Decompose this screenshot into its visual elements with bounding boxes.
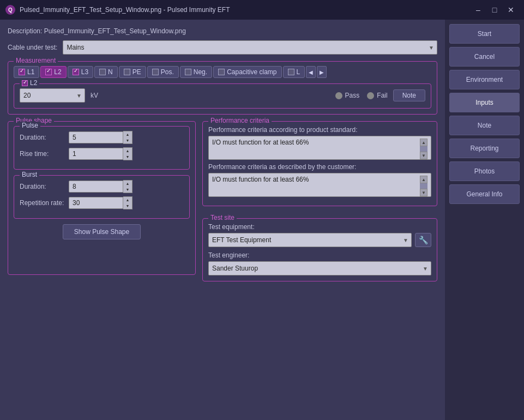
tab-CapClamp[interactable]: Capacitive clamp [213, 66, 281, 78]
performance-customer-text: I/O must function for at least 66% [212, 176, 419, 183]
cancel-button[interactable]: Cancel [449, 47, 520, 67]
burst-legend: Burst [20, 171, 39, 178]
performance-standard-label: Performance criteria according to produc… [208, 126, 431, 134]
tab-label-CapClamp: Capacitive clamp [227, 68, 276, 76]
test-engineer-label: Test engineer: [208, 251, 431, 259]
inputs-button[interactable]: Inputs [449, 93, 520, 112]
tab-N[interactable]: N [94, 66, 118, 78]
burst-duration-btns: ▲ ▼ [123, 180, 132, 193]
pulse-duration-up[interactable]: ▲ [123, 131, 132, 137]
pulse-duration-row: Duration: ▲ ▼ [20, 131, 184, 144]
voltage-select[interactable]: 20 10 5 [20, 88, 85, 103]
pass-label: Pass [345, 92, 360, 99]
photos-button[interactable]: Photos [449, 161, 520, 181]
tab-PE[interactable]: PE [119, 66, 146, 78]
pulse-shape-group: Pulse shape Pulse Duration: ▲ ▼ [8, 121, 196, 275]
test-engineer-select-wrapper: Sander Stuurop [208, 261, 431, 275]
general-info-button[interactable]: General Info [449, 184, 520, 204]
l2-row: 20 10 5 kV Pass Fail [20, 88, 425, 103]
minimize-button[interactable]: – [471, 4, 486, 15]
tab-L2[interactable]: L2 [40, 66, 66, 78]
titlebar: Q Pulsed_Immunity_EFT_Test_Setup_Window.… [0, 0, 524, 20]
pulse-duration-btns: ▲ ▼ [123, 131, 132, 144]
performance-legend: Performance criteria [208, 117, 272, 124]
tab-check-CapClamp [218, 69, 225, 75]
tab-label-Pos: Pos. [161, 68, 174, 76]
start-button[interactable]: Start [449, 24, 520, 44]
note-button[interactable]: Note [393, 89, 425, 101]
tab-check-N [99, 69, 106, 75]
wrench-icon: 🔧 [419, 236, 428, 244]
tab-Neg[interactable]: Neg. [180, 66, 212, 78]
test-equip-row: EFT Test Equipment 🔧 [208, 233, 431, 247]
scroll-down-arrow2[interactable]: ▼ [420, 189, 427, 196]
burst-duration-up[interactable]: ▲ [123, 181, 132, 187]
burst-group: Burst Duration: ▲ ▼ Repetition rate: [14, 175, 190, 219]
test-equip-select-wrapper: EFT Test Equipment [208, 233, 412, 247]
test-equip-select[interactable]: EFT Test Equipment [208, 233, 412, 247]
scroll-up-arrow2[interactable]: ▲ [420, 176, 427, 183]
tab-check-L2 [45, 69, 52, 75]
burst-reprate-up[interactable]: ▲ [123, 197, 132, 203]
performance-standard-textarea[interactable]: I/O must function for at least 66% ▲ ▼ [208, 136, 431, 160]
burst-reprate-input[interactable] [69, 197, 123, 209]
tab-check-L [288, 69, 294, 75]
right-column: Performance criteria Performance criteri… [202, 121, 437, 281]
burst-duration-down[interactable]: ▼ [123, 187, 132, 193]
reporting-button[interactable]: Reporting [449, 139, 520, 158]
environment-button[interactable]: Environment [449, 70, 520, 89]
performance-standard-scrollbar: ▲ ▼ [420, 139, 427, 159]
pulse-risetime-row: Rise time: ▲ ▼ [20, 147, 184, 160]
performance-customer-textarea[interactable]: I/O must function for at least 66% ▲ ▼ [208, 173, 431, 197]
tab-label-L2: L2 [54, 68, 61, 76]
tab-L1[interactable]: L1 [14, 66, 39, 78]
pulse-risetime-input[interactable] [69, 148, 123, 160]
scroll-track [420, 146, 427, 152]
cable-select-wrapper: Mains Power Signal [63, 40, 437, 55]
note-sidebar-button[interactable]: Note [449, 116, 520, 135]
pulse-duration-down[interactable]: ▼ [123, 137, 132, 143]
pulse-duration-input[interactable] [69, 131, 123, 143]
l2-group: L2 20 10 5 kV Pass [14, 83, 431, 109]
test-equip-label: Test equipment: [208, 223, 431, 231]
pulse-risetime-down[interactable]: ▼ [123, 154, 132, 160]
tab-L[interactable]: L [283, 66, 305, 78]
close-button[interactable]: ✕ [503, 4, 519, 15]
tab-label-L: L [297, 68, 300, 76]
test-engineer-select[interactable]: Sander Stuurop [208, 261, 431, 275]
tab-prev-button[interactable]: ◀ [306, 66, 316, 78]
tab-check-L3 [73, 69, 79, 75]
burst-reprate-down[interactable]: ▼ [123, 203, 132, 209]
description-row: Description: Pulsed_Immunity_EFT_Test_Se… [8, 27, 437, 35]
tab-Pos[interactable]: Pos. [147, 66, 179, 78]
show-pulse-button[interactable]: Show Pulse Shape [63, 224, 141, 239]
wrench-button[interactable]: 🔧 [415, 233, 431, 247]
l2-legend-label: L2 [30, 79, 37, 87]
pulse-duration-spinner: ▲ ▼ [69, 131, 132, 144]
tab-label-L3: L3 [81, 68, 88, 76]
scroll-down-arrow[interactable]: ▼ [420, 152, 427, 159]
fail-radio[interactable]: Fail [367, 92, 387, 99]
window-controls: – □ ✕ [471, 4, 519, 15]
tab-L3[interactable]: L3 [68, 66, 93, 78]
burst-reprate-row: Repetition rate: ▲ ▼ [20, 196, 184, 209]
tab-check-PE [124, 69, 130, 75]
measurement-legend: Measurement [14, 57, 58, 64]
performance-standard-text: I/O must function for at least 66% [212, 139, 419, 146]
burst-duration-label: Duration: [20, 183, 69, 190]
burst-duration-row: Duration: ▲ ▼ [20, 180, 184, 193]
maximize-button[interactable]: □ [487, 4, 502, 15]
scroll-up-arrow[interactable]: ▲ [420, 139, 427, 146]
l2-check[interactable] [22, 80, 28, 86]
tab-next-button[interactable]: ▶ [317, 66, 327, 78]
cable-select[interactable]: Mains Power Signal [63, 40, 437, 55]
performance-customer-label: Performance criteria as described by the… [208, 163, 431, 171]
l2-legend: L2 [20, 79, 39, 87]
cable-row: Cable under test: Mains Power Signal [8, 40, 437, 55]
pulse-risetime-label: Rise time: [20, 150, 69, 158]
performance-customer-scrollbar: ▲ ▼ [420, 176, 427, 196]
scroll-track2 [420, 183, 427, 189]
pulse-risetime-up[interactable]: ▲ [123, 148, 132, 154]
burst-duration-input[interactable] [69, 181, 123, 193]
pass-radio[interactable]: Pass [335, 92, 360, 99]
